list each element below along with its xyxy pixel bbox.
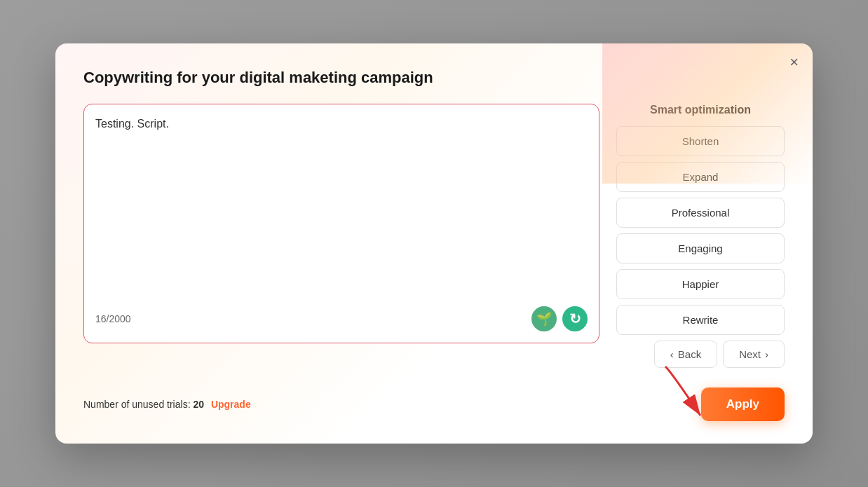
next-label: Next (739, 348, 761, 360)
trials-count: 20 (193, 399, 204, 410)
option-happier[interactable]: Happier (616, 269, 785, 299)
back-label: Back (678, 348, 701, 360)
option-expand[interactable]: Expand (616, 162, 785, 192)
next-button[interactable]: Next › (723, 341, 785, 368)
refresh-icon: ↻ (569, 310, 581, 327)
chevron-left-icon: ‹ (670, 348, 674, 360)
apply-button[interactable]: Apply (701, 387, 785, 421)
modal-overlay: × Copywriting for your digital maketing … (0, 0, 868, 487)
trials-text: Number of unused trials: 20 Upgrade (83, 399, 251, 410)
chevron-right-icon: › (765, 348, 768, 360)
option-rewrite[interactable]: Rewrite (616, 305, 785, 335)
back-button[interactable]: ‹ Back (654, 341, 717, 368)
textarea-footer: 16/2000 🌱 ↻ (95, 306, 588, 331)
nav-buttons: ‹ Back Next › (616, 341, 785, 368)
leaf-icon: 🌱 (536, 311, 552, 327)
close-button[interactable]: × (789, 55, 799, 70)
text-area-wrapper: Testing. Script. 16/2000 🌱 ↻ (83, 104, 599, 343)
modal-body: Testing. Script. 16/2000 🌱 ↻ Smart opt (83, 104, 785, 368)
smart-optimization-panel: Smart optimization Shorten Expand Profes… (616, 104, 785, 368)
option-professional[interactable]: Professional (616, 198, 785, 228)
upgrade-link[interactable]: Upgrade (211, 399, 251, 410)
char-count: 16/2000 (95, 313, 131, 324)
refresh-icon-button[interactable]: ↻ (562, 306, 588, 331)
leaf-icon-button[interactable]: 🌱 (531, 306, 557, 331)
icon-buttons: 🌱 ↻ (531, 306, 588, 331)
content-textarea[interactable]: Testing. Script. (95, 116, 588, 298)
smart-optimization-title: Smart optimization (616, 104, 785, 116)
option-shorten[interactable]: Shorten (616, 126, 785, 156)
modal-footer: Number of unused trials: 20 Upgrade Appl… (83, 387, 785, 421)
trials-prefix: Number of unused trials: (83, 399, 191, 410)
option-engaging[interactable]: Engaging (616, 233, 785, 263)
modal-dialog: × Copywriting for your digital maketing … (55, 43, 813, 444)
modal-title: Copywriting for your digital maketing ca… (83, 69, 785, 87)
